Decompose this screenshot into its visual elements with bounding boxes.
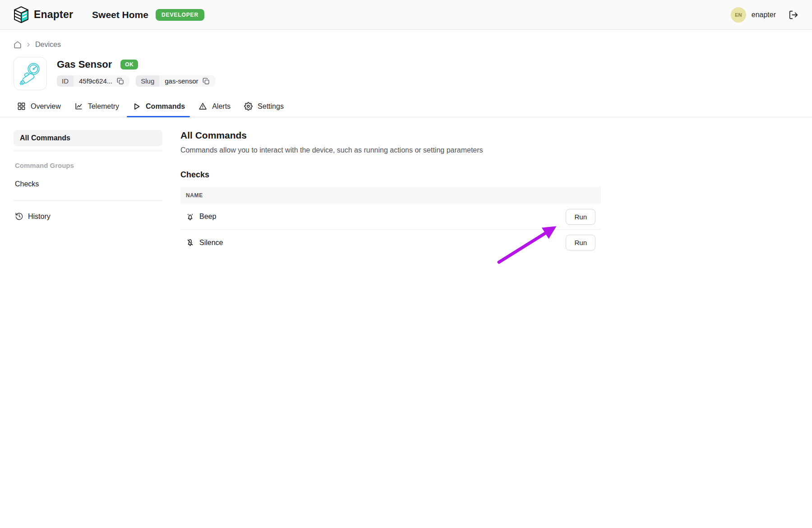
device-header: Gas Sensor OK ID 45f9c624... (14, 57, 812, 90)
page-description: Commands allow you to interact with the … (180, 146, 601, 154)
device-id-chip: ID 45f9c624... (57, 75, 129, 87)
app-header: Enapter Sweet Home DEVELOPER EN enapter (0, 0, 812, 30)
grid-icon (17, 102, 26, 111)
copy-icon (117, 78, 124, 85)
home-icon[interactable] (14, 41, 22, 49)
device-id-label: ID (57, 75, 74, 87)
copy-id-button[interactable] (117, 78, 126, 85)
device-slug-value: gas-sensor (165, 77, 198, 85)
chart-icon (74, 102, 83, 111)
brand[interactable]: Enapter (14, 6, 73, 24)
chevron-right-icon (26, 42, 31, 47)
device-name: Gas Sensor (57, 59, 112, 70)
tab-label: Telemetry (88, 102, 119, 111)
gas-sensor-illustration-icon (17, 60, 44, 87)
warning-icon (198, 102, 207, 111)
tab-commands[interactable]: Commands (133, 102, 185, 117)
tab-overview[interactable]: Overview (17, 102, 61, 117)
table-row-beep: Beep Run (180, 204, 601, 230)
table-header-row: NAME (180, 187, 601, 204)
command-name: Silence (199, 239, 223, 247)
user-name: enapter (752, 11, 776, 19)
bell-off-icon (186, 238, 194, 247)
gear-icon (244, 102, 253, 111)
tab-telemetry[interactable]: Telemetry (74, 102, 119, 117)
copy-icon (203, 78, 210, 85)
tab-label: Settings (258, 102, 284, 111)
device-thumbnail (14, 57, 47, 90)
copy-slug-button[interactable] (203, 78, 212, 85)
divider (14, 200, 162, 201)
divider (14, 151, 162, 151)
commands-sidebar: All Commands Command Groups Checks Histo… (14, 130, 162, 255)
commands-table: NAME Beep Run (180, 187, 601, 255)
sidebar-item-checks[interactable]: Checks (15, 180, 162, 188)
history-icon (15, 212, 23, 221)
history-label: History (28, 213, 51, 221)
device-id-value: 45f9c624... (79, 77, 112, 85)
brand-name: Enapter (34, 9, 73, 21)
commands-panel: All Commands Commands allow you to inter… (180, 130, 601, 255)
breadcrumb-devices[interactable]: Devices (35, 41, 61, 49)
column-header-name: NAME (186, 192, 203, 199)
developer-badge: DEVELOPER (156, 9, 204, 21)
device-slug-chip: Slug gas-sensor (136, 75, 215, 87)
play-icon (133, 102, 141, 111)
tab-label: Alerts (212, 102, 231, 111)
section-title-checks: Checks (180, 170, 601, 180)
avatar[interactable]: EN (731, 7, 746, 23)
bell-icon (186, 213, 194, 221)
run-button-silence[interactable]: Run (566, 235, 595, 250)
command-name: Beep (199, 213, 216, 221)
logout-button[interactable] (789, 10, 798, 20)
enapter-logo-icon (14, 6, 29, 24)
breadcrumb: Devices (14, 41, 812, 49)
site-name: Sweet Home (92, 9, 148, 20)
sidebar-item-all-commands[interactable]: All Commands (14, 130, 162, 146)
tab-label: Overview (31, 102, 61, 111)
command-groups-heading: Command Groups (15, 162, 162, 169)
tab-settings[interactable]: Settings (244, 102, 284, 117)
tab-label: Commands (146, 102, 185, 111)
device-tabs: Overview Telemetry Commands Alerts (0, 102, 812, 117)
device-slug-label: Slug (136, 75, 159, 87)
run-button-beep[interactable]: Run (566, 209, 595, 225)
status-badge: OK (120, 60, 138, 69)
logout-icon (789, 10, 798, 20)
sidebar-item-history[interactable]: History (15, 212, 162, 221)
page-title: All Commands (180, 130, 601, 141)
tab-alerts[interactable]: Alerts (198, 102, 231, 117)
table-row-silence: Silence Run (180, 230, 601, 255)
